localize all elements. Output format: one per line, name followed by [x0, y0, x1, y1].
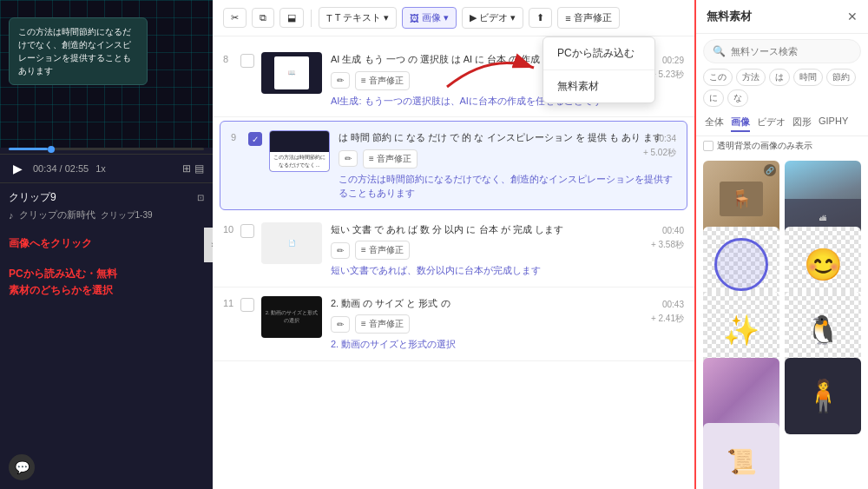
scene-row: 10 📄 短い 文書 で あれ ば 数 分 以内 に 台本 が 完成 します ✏…: [213, 214, 694, 287]
edit-button[interactable]: ✏: [331, 242, 350, 259]
asset-item[interactable]: 🏙: [785, 161, 861, 237]
audio-button[interactable]: ≡ 音声修正: [557, 7, 619, 29]
audio-edit-button[interactable]: ≡ 音声修正: [355, 241, 410, 260]
clip-section: クリップ9 ⊡ ♪ クリップの新時代 クリップ1-39: [0, 182, 213, 228]
toolbar-separator: [311, 10, 312, 27]
progress-fill: [9, 148, 48, 150]
audio-edit-button[interactable]: ≡ 音声修正: [355, 71, 410, 90]
asset-item[interactable]: 🧍: [785, 358, 861, 434]
chat-icon[interactable]: 💬: [9, 454, 35, 480]
audio-edit-button[interactable]: ≡ 音声修正: [363, 149, 418, 169]
tag-chip[interactable]: に: [703, 89, 724, 107]
playbar: ▶ 00:34 / 02:55 1x ⊞ ▤: [0, 154, 213, 182]
scene-thumb: 2. 動画のサイズと形式の選択: [261, 296, 322, 338]
search-input[interactable]: [731, 46, 852, 56]
scene-actions: ✏ ≡ 音声修正: [339, 149, 676, 169]
progress-bar[interactable]: [9, 148, 204, 150]
scene-actions: ✏ ≡ 音声修正: [331, 241, 684, 260]
portrait-icon: 🧍: [804, 378, 843, 414]
scene-row: 11 2. 動画のサイズと形式の選択 2. 動画 の サイズ と 形式 の ✏ …: [213, 287, 694, 361]
time-badge: 00:34+ 5.02秒: [643, 132, 676, 160]
video-chevron-icon: ▾: [510, 12, 516, 23]
image-dropdown: PCから読み込む 無料素材: [542, 36, 655, 103]
preview-text-bubble: この方法は時間節約になるだけでなく、創造的なインスピレーションを提供することもあ…: [9, 17, 148, 85]
search-bar: 🔍: [703, 39, 861, 63]
scene-content: 短い 文書 で あれ ば 数 分 以内 に 台本 が 完成 します ✏ ≡ 音声…: [331, 222, 684, 278]
scene-subtext: この方法は時間節約になるだけでなく、創造的なインスピレーションを提供することもあ…: [339, 172, 676, 201]
time-display: 00:34 / 02:55: [33, 163, 89, 174]
asset-item[interactable]: 🪑 🔗: [703, 161, 779, 237]
edit-button[interactable]: ✏: [339, 150, 358, 167]
video-button[interactable]: ▶ ビデオ ▾: [462, 7, 523, 29]
scene-number: 10: [223, 222, 240, 235]
tag-chip[interactable]: 節約: [826, 69, 856, 86]
filter-tab-giphy[interactable]: GIPHY: [819, 114, 848, 132]
right-panel-header: 無料素材 ✕: [696, 0, 868, 34]
edit-button[interactable]: ✏: [331, 72, 350, 89]
copy-icon: ⧉: [260, 12, 266, 23]
text-button[interactable]: T T テキスト ▾: [319, 7, 397, 29]
filter-tab-all[interactable]: 全体: [705, 114, 724, 132]
scene-thumb-preview: この方法は時間節約になるだけでなく...: [269, 130, 330, 172]
asset-item[interactable]: 📜: [703, 423, 779, 489]
asset-item[interactable]: 🐧 OpenMoji: [785, 292, 861, 368]
copy-button[interactable]: ⧉: [252, 8, 274, 28]
progress-bar-wrap: [0, 148, 213, 154]
progress-dot: [48, 146, 55, 153]
transparent-label: 透明背景の画像のみ表示: [717, 140, 812, 152]
grid-icon[interactable]: ⊞: [182, 162, 191, 175]
annotation-select: PCから読み込む・無料 素材のどちらかを選択: [9, 266, 204, 299]
scene-content: 2. 動画 の サイズ と 形式 の ✏ ≡ 音声修正 2. 動画のサイズと形式…: [331, 296, 684, 352]
tag-chip[interactable]: は: [769, 69, 790, 86]
paste-button[interactable]: ⬓: [279, 8, 304, 28]
image-button[interactable]: 🖼 画像 ▾: [402, 7, 457, 29]
dropdown-item-pc[interactable]: PCから読み込む: [543, 37, 654, 69]
filter-tab-shape[interactable]: 図形: [792, 114, 812, 132]
scroll-icon: 📜: [727, 447, 757, 476]
audio-icon: ≡: [565, 13, 570, 23]
right-panel: 無料素材 ✕ 🔍 この 方法 は 時間 節約 に な 全体 画像 ビデオ 図形 …: [694, 0, 868, 489]
asset-item[interactable]: ✨ OpenMoji: [703, 292, 779, 368]
tag-chip[interactable]: この: [703, 69, 733, 86]
scene-thumb: 📖: [261, 52, 322, 94]
audio-edit-button[interactable]: ≡ 音声修正: [355, 314, 410, 334]
scene-checkbox-checked[interactable]: ✓: [248, 132, 262, 146]
filter-tab-image[interactable]: 画像: [731, 114, 750, 132]
text-icon: T: [326, 13, 332, 23]
tag-chip[interactable]: 時間: [793, 69, 823, 86]
time-badge: 00:40+ 3.58秒: [651, 224, 684, 252]
edit-button[interactable]: ✏: [331, 316, 350, 333]
clip-sub: クリップ1-39: [101, 209, 153, 221]
video-icon: ▶: [470, 12, 477, 23]
scene-subtext: 短い文書であれば、数分以内に台本が完成します: [331, 263, 684, 278]
cut-button[interactable]: ✂: [223, 8, 247, 28]
scene-checkbox[interactable]: [240, 224, 254, 238]
time-badge: 00:29+ 5.23秒: [651, 54, 684, 82]
scene-number: 9: [231, 130, 248, 142]
transparent-checkbox[interactable]: [703, 141, 713, 151]
view-icons: ⊞ ▤: [182, 162, 204, 175]
tag-chip[interactable]: 方法: [736, 69, 766, 86]
expand-button[interactable]: ›: [204, 228, 213, 262]
scene-number: 8: [223, 52, 240, 64]
play-button[interactable]: ▶: [9, 160, 26, 177]
search-icon: 🔍: [713, 45, 726, 57]
scene-checkbox[interactable]: [240, 54, 254, 68]
tag-chip[interactable]: な: [727, 89, 748, 107]
cut-icon: ✂: [231, 12, 239, 23]
upload-button[interactable]: ⬆: [529, 8, 552, 28]
clip-name: クリップ9: [9, 190, 56, 205]
close-button[interactable]: ✕: [847, 10, 858, 23]
list-icon[interactable]: ▤: [194, 162, 204, 175]
toolbar: ✂ ⧉ ⬓ T T テキスト ▾ 🖼 画像 ▾ ▶ ビデオ ▾ ⬆ ≡ 音声修正: [213, 0, 694, 36]
annotation-click: 画像へをクリック: [9, 235, 204, 252]
photo-icon: 🔗: [764, 164, 776, 176]
scene-actions: ✏ ≡ 音声修正: [331, 314, 684, 334]
speed-button[interactable]: 1x: [95, 163, 106, 174]
image-icon: 🖼: [410, 13, 419, 23]
text-chevron-icon: ▾: [384, 12, 389, 23]
dropdown-item-free[interactable]: 無料素材: [543, 69, 654, 102]
filter-tab-video[interactable]: ビデオ: [757, 114, 786, 132]
clip-badge: ⊡: [197, 193, 204, 202]
scene-checkbox[interactable]: [240, 298, 254, 312]
